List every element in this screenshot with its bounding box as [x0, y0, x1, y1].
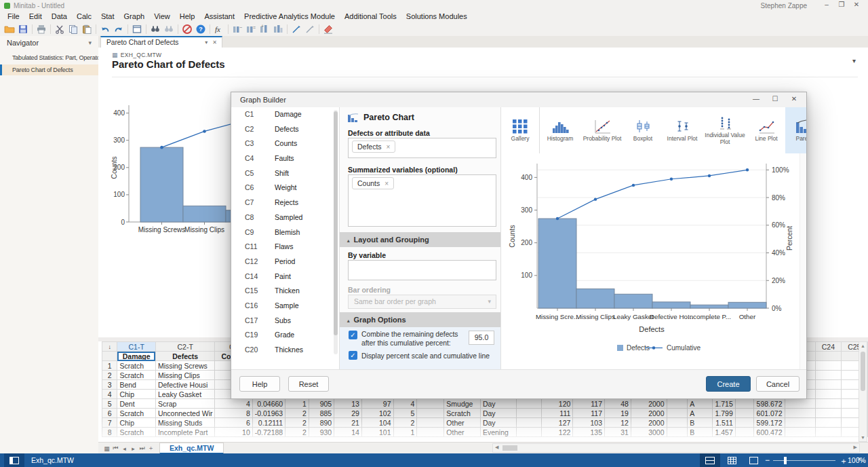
cell[interactable]: 10 [215, 428, 252, 437]
cell[interactable] [816, 390, 841, 399]
cell[interactable]: Missing Screws [155, 361, 215, 371]
gallery-item-interval-plot[interactable]: Interval Plot [662, 107, 703, 153]
formula-icon[interactable]: fx [212, 23, 226, 35]
cell[interactable]: 2 [285, 418, 309, 428]
gallery-item-probability-plot[interactable]: Probability Plot [580, 107, 624, 153]
variable-faults[interactable]: C4Faults [231, 151, 339, 166]
menu-item-predictive-analytics-module[interactable]: Predictive Analytics Module [239, 12, 340, 21]
help-button[interactable]: Help [239, 376, 280, 392]
gallery-item-boxplot[interactable]: Boxplot [624, 107, 662, 153]
cell[interactable]: 905 [309, 399, 334, 409]
collapse-icon[interactable]: ▴ [347, 318, 350, 323]
cell[interactable]: Evening [480, 428, 516, 437]
variable-flaws[interactable]: C11Flaws [231, 240, 339, 255]
cell[interactable]: 890 [309, 418, 334, 428]
cell[interactable]: -0.72188 [252, 428, 285, 437]
column-id-header[interactable]: C2-T [155, 342, 215, 352]
row-number[interactable]: 2 [102, 371, 117, 380]
cell[interactable]: 1.457 [712, 428, 735, 437]
row-number[interactable]: 5 [102, 399, 117, 409]
cell[interactable]: Missing Studs [155, 418, 215, 428]
worksheet-tab[interactable]: Exh_qc.MTW [159, 443, 224, 454]
cell[interactable]: 14 [334, 428, 362, 437]
dialog-maximize-button[interactable]: ☐ [768, 95, 782, 102]
minimize-button[interactable]: – [821, 1, 833, 8]
column-id-header[interactable]: C24 [816, 342, 841, 352]
menu-item-view[interactable]: View [149, 12, 175, 21]
cell[interactable]: Other [444, 428, 481, 437]
cell[interactable]: 8 [215, 409, 252, 418]
cell[interactable]: 103 [573, 418, 605, 428]
cell[interactable]: 0.12111 [252, 418, 285, 428]
restore-button[interactable]: ❐ [835, 1, 848, 8]
cell[interactable]: 1.715 [712, 399, 735, 409]
column-name-header[interactable]: Damage [117, 352, 155, 361]
data-view-icon[interactable] [722, 453, 742, 467]
collapse-icon[interactable]: ▴ [347, 238, 350, 243]
cell[interactable]: Smudge [444, 399, 481, 409]
cell[interactable]: 2000 [631, 418, 667, 428]
cell[interactable] [417, 418, 444, 428]
cell[interactable] [785, 418, 816, 428]
cell[interactable]: 12 [605, 418, 631, 428]
cell[interactable]: 5 [393, 409, 417, 418]
cell[interactable]: 1.799 [712, 409, 735, 418]
paste-icon[interactable] [80, 23, 94, 35]
defects-chip[interactable]: Defects × [352, 141, 395, 153]
cell[interactable] [667, 428, 688, 437]
column-name-header[interactable] [102, 352, 117, 361]
row-number[interactable]: 7 [102, 418, 117, 428]
cell[interactable] [735, 428, 753, 437]
menu-item-graph[interactable]: Graph [119, 12, 150, 21]
cell[interactable]: Unconnected Wir [155, 409, 215, 418]
menu-item-file[interactable]: File [3, 12, 24, 21]
cell[interactable]: Day [480, 418, 516, 428]
cell[interactable] [517, 399, 541, 409]
copy-icon[interactable] [66, 23, 80, 35]
eraser-icon[interactable] [321, 23, 335, 35]
menu-item-solutions-modules[interactable]: Solutions Modules [401, 12, 472, 21]
variable-sampled[interactable]: C8Sampled [231, 210, 339, 225]
cell[interactable]: Chip [117, 418, 155, 428]
combine-defects-checkbox[interactable]: ✓ [349, 331, 357, 339]
menu-item-help[interactable]: Help [175, 12, 200, 21]
cell[interactable]: 120 [541, 399, 573, 409]
cell[interactable]: 104 [361, 418, 393, 428]
cell[interactable] [816, 409, 841, 418]
cumulative-percent-input[interactable]: 95.0 [469, 331, 494, 345]
cell[interactable]: 1.511 [712, 418, 735, 428]
output-options-icon[interactable]: ▾ [852, 57, 856, 64]
stop-icon[interactable] [180, 23, 194, 35]
cell[interactable]: Scratch [117, 361, 155, 371]
tab-pareto-chart-of-defects[interactable]: Pareto Chart of Defects ▾ ✕ [100, 36, 222, 48]
defects-field[interactable]: Defects × [348, 138, 496, 158]
cell[interactable] [417, 399, 444, 409]
cell[interactable]: A [688, 399, 713, 409]
column-id-header[interactable]: C1-T [117, 342, 155, 352]
cell[interactable] [735, 399, 753, 409]
graph-select-icon[interactable] [303, 23, 317, 35]
next-worksheet-icon[interactable]: ▸ [129, 445, 138, 452]
variable-period[interactable]: C12Period [231, 255, 339, 269]
dialog-close-button[interactable]: ✕ [787, 95, 801, 102]
cell[interactable] [735, 418, 753, 428]
cell[interactable]: 19 [605, 409, 631, 418]
cut-icon[interactable] [53, 23, 66, 35]
counts-chip[interactable]: Counts × [352, 177, 394, 189]
find-icon[interactable] [149, 23, 162, 35]
add-worksheet-icon[interactable]: ＋ [146, 444, 155, 453]
col-del-icon[interactable]: = [244, 23, 258, 35]
close-tab-icon[interactable]: ✕ [212, 39, 217, 45]
variable-shift[interactable]: C5Shift [231, 166, 339, 181]
find-next-icon[interactable] [162, 23, 176, 35]
cell[interactable]: 4 [393, 399, 417, 409]
create-button[interactable]: Create [706, 376, 751, 392]
chevron-down-icon[interactable]: ▾ [88, 36, 92, 50]
single-view-icon[interactable] [743, 453, 764, 467]
cell[interactable] [816, 418, 841, 428]
cell[interactable]: Leaky Gasket [155, 390, 215, 399]
redo-icon[interactable] [112, 23, 125, 35]
percent-scale-checkbox[interactable]: ✓ [349, 351, 357, 360]
help-icon[interactable]: ? [194, 23, 208, 35]
cell[interactable]: A [688, 409, 713, 418]
